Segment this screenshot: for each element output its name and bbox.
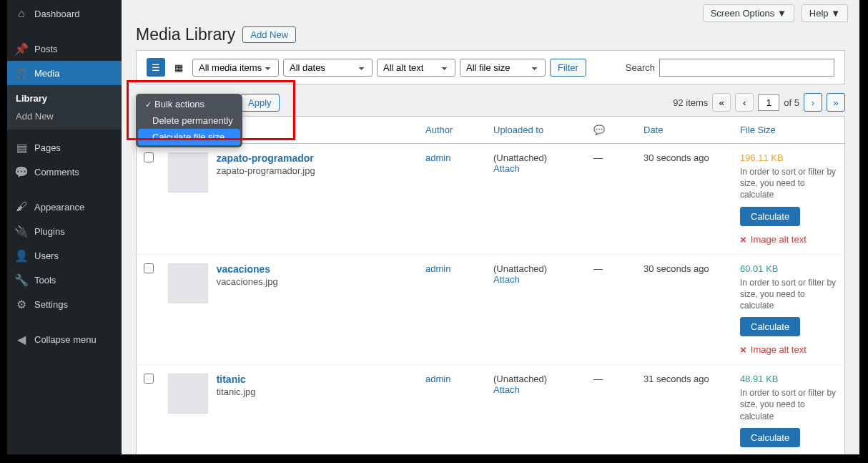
page-title: Media Library: [136, 25, 235, 44]
sidebar-item-plugins[interactable]: 🔌Plugins: [7, 219, 122, 243]
col-uploaded-to[interactable]: Uploaded to: [486, 117, 586, 144]
sidebar-item-label: Settings: [34, 299, 68, 310]
row-checkbox[interactable]: [144, 374, 154, 384]
thumbnail[interactable]: [168, 152, 208, 192]
table-row: zapato-programador zapato-programador.jp…: [137, 144, 845, 255]
row-checkbox[interactable]: [144, 263, 154, 273]
attach-link[interactable]: Attach: [493, 163, 579, 174]
sidebar-item-comments[interactable]: 💬Comments: [7, 160, 122, 184]
file-name: zapato-programador.jpg: [217, 165, 315, 176]
users-icon: 👤: [14, 248, 29, 263]
file-size-value: 60.01 KB: [740, 263, 837, 274]
next-page-button[interactable]: ›: [804, 93, 822, 112]
sidebar-item-label: Collapse menu: [34, 334, 97, 345]
comments-icon: 💬: [14, 165, 29, 179]
file-name: vacaciones.jpg: [217, 276, 278, 287]
file-title[interactable]: vacaciones: [217, 263, 278, 275]
plugins-icon: 🔌: [14, 224, 29, 238]
calculate-button[interactable]: Calculate: [740, 317, 800, 336]
author-link[interactable]: admin: [425, 263, 450, 274]
sidebar-item-label: Pages: [34, 142, 61, 153]
add-new-button[interactable]: Add New: [242, 26, 296, 43]
date-cell: 31 seconds ago: [636, 365, 733, 454]
alt-text-select[interactable]: All alt text: [377, 59, 455, 77]
file-name: titanic.jpg: [217, 386, 256, 397]
comments-cell: —: [586, 144, 636, 255]
file-size-select[interactable]: All file size: [460, 59, 546, 77]
sidebar-item-label: Comments: [34, 167, 79, 177]
media-table: File Author Uploaded to 💬 Date File Size…: [136, 116, 845, 454]
search-input[interactable]: [659, 59, 834, 77]
sidebar-item-dashboard[interactable]: ⌂Dashboard: [7, 1, 122, 26]
filter-button[interactable]: Filter: [550, 59, 586, 77]
pagination: 92 items « ‹ of 5 › »: [673, 93, 845, 112]
date-cell: 30 seconds ago: [636, 144, 733, 255]
sidebar-item-collapse[interactable]: ◀Collapse menu: [7, 327, 122, 351]
col-date[interactable]: Date: [636, 117, 733, 144]
thumbnail[interactable]: [168, 374, 208, 414]
file-size-note: In order to sort or filter by size, you …: [740, 387, 837, 422]
sidebar-sub-addnew[interactable]: Add New: [7, 107, 122, 125]
bulk-actions-dropdown: Bulk actions Delete permanently Calculat…: [136, 94, 242, 147]
sidebar-item-appearance[interactable]: 🖌Appearance: [7, 195, 122, 219]
dashboard-icon: ⌂: [14, 6, 29, 21]
sidebar-item-label: Appearance: [34, 202, 84, 213]
sidebar-item-settings[interactable]: ⚙Settings: [7, 292, 122, 316]
file-title[interactable]: titanic: [217, 374, 256, 385]
list-view-button[interactable]: ☰: [147, 58, 165, 77]
sidebar-item-posts[interactable]: 📌Posts: [7, 36, 122, 61]
appearance-icon: 🖌: [14, 200, 29, 214]
sidebar-submenu: Library Add New: [7, 85, 122, 130]
dates-select[interactable]: All dates: [283, 59, 373, 77]
row-checkbox[interactable]: [144, 152, 154, 162]
bulk-option-calculate[interactable]: Calculate file size: [138, 129, 240, 145]
col-author[interactable]: Author: [418, 117, 486, 144]
attach-link[interactable]: Attach: [493, 274, 579, 285]
sidebar-item-pages[interactable]: ▤Pages: [7, 135, 122, 160]
pages-icon: ▤: [14, 140, 29, 155]
last-page-button[interactable]: »: [827, 93, 845, 112]
collapse-icon: ◀: [14, 332, 29, 346]
author-link[interactable]: admin: [425, 374, 450, 384]
screen-options-button[interactable]: Screen Options ▼: [703, 4, 794, 22]
thumbnail[interactable]: [168, 263, 208, 303]
settings-icon: ⚙: [14, 297, 29, 311]
file-size-note: In order to sort or filter by size, you …: [740, 166, 837, 201]
sidebar-item-label: Tools: [34, 275, 56, 286]
filter-bar: ☰ ▦ All media items All dates All alt te…: [136, 50, 845, 84]
comments-cell: —: [586, 254, 636, 365]
attach-link[interactable]: Attach: [493, 384, 579, 395]
file-size-value: 48.91 KB: [740, 374, 837, 384]
sidebar-item-label: Dashboard: [34, 9, 80, 19]
sidebar-item-media[interactable]: 🎵Media: [7, 61, 122, 85]
help-button[interactable]: Help ▼: [802, 4, 848, 22]
calculate-button[interactable]: Calculate: [740, 207, 800, 226]
tools-icon: 🔧: [14, 273, 29, 287]
date-cell: 30 seconds ago: [636, 254, 733, 365]
file-title[interactable]: zapato-programador: [217, 152, 315, 164]
col-file-size[interactable]: File Size: [733, 117, 845, 144]
apply-button[interactable]: Apply: [240, 94, 280, 112]
grid-view-button[interactable]: ▦: [169, 58, 188, 77]
author-link[interactable]: admin: [425, 152, 450, 163]
file-size-value: 196.11 KB: [740, 152, 837, 163]
bulk-option-bulk-actions[interactable]: Bulk actions: [138, 96, 240, 112]
first-page-button[interactable]: «: [712, 93, 731, 112]
prev-page-button[interactable]: ‹: [735, 93, 754, 112]
media-icon: 🎵: [14, 66, 29, 80]
sidebar-sub-library[interactable]: Library: [7, 89, 122, 107]
main-content: Screen Options ▼ Help ▼ Media Library Ad…: [122, 0, 859, 454]
posts-icon: 📌: [14, 42, 29, 56]
calculate-button[interactable]: Calculate: [740, 428, 800, 447]
uploaded-to-status: (Unattached): [493, 152, 579, 163]
page-input[interactable]: [758, 94, 779, 111]
uploaded-to-status: (Unattached): [493, 263, 579, 274]
file-size-note: In order to sort or filter by size, you …: [740, 277, 837, 312]
sidebar-item-users[interactable]: 👤Users: [7, 243, 122, 268]
sidebar-item-tools[interactable]: 🔧Tools: [7, 268, 122, 292]
media-type-select[interactable]: All media items: [192, 59, 279, 77]
alt-text-error: Image alt text: [740, 343, 837, 356]
uploaded-to-status: (Unattached): [493, 374, 579, 384]
bulk-option-delete[interactable]: Delete permanently: [138, 112, 240, 129]
col-comments[interactable]: 💬: [586, 117, 636, 144]
